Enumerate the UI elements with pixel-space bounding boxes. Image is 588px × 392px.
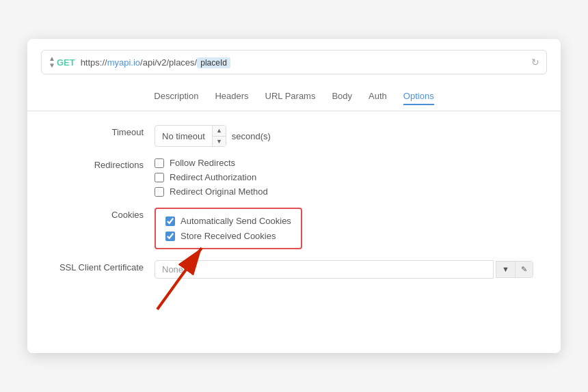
follow-redirects-label: Follow Redirects [170,158,235,168]
main-window: ▲ ▼ GET https://myapi.io/api/v2/places/p… [27,39,561,353]
ssl-select-container: None ▼ ✎ [155,260,533,279]
store-received-cookies-checkbox[interactable] [165,232,175,241]
tab-url-params[interactable]: URL Params [265,88,316,105]
url-bar[interactable]: ▲ ▼ GET https://myapi.io/api/v2/places/p… [41,50,547,74]
url-base: https:// [81,57,107,68]
timeout-up-arrow[interactable]: ▲ [213,126,226,137]
tab-options[interactable]: Options [403,88,434,105]
auto-send-cookies-checkbox[interactable] [165,216,175,226]
ssl-select[interactable]: None [155,260,494,279]
store-received-cookies-label: Store Received Cookies [181,231,276,241]
method-label: GET [57,57,75,68]
timeout-control: No timeout ▲ ▼ second(s) [155,125,271,147]
timeout-down-arrow[interactable]: ▼ [213,137,226,147]
url-path: /api/v2/places/ [140,57,197,68]
ssl-dropdown-btn[interactable]: ▼ [496,262,516,277]
tab-headers[interactable]: Headers [215,88,248,105]
timeout-stepper[interactable]: ▲ ▼ [212,126,226,146]
store-received-cookies-option[interactable]: Store Received Cookies [165,231,291,241]
redirect-auth-label: Redirect Authorization [170,172,256,182]
url-domain: myapi.io [107,57,140,68]
redirect-method-option[interactable]: Redirect Original Method [155,186,268,197]
timeout-row: Timeout No timeout ▲ ▼ second(s) [55,125,533,147]
method-arrows: ▲ ▼ [49,55,55,69]
auto-send-cookies-label: Automatically Send Cookies [181,216,291,226]
tab-description[interactable]: Description [154,88,198,105]
cookies-label: Cookies [55,208,144,220]
redirect-method-label: Redirect Original Method [170,186,268,197]
ssl-row: SSL Client Certificate None ▼ ✎ [55,260,533,279]
redirections-label: Redirections [55,158,144,170]
timeout-label: Timeout [55,125,144,137]
redirect-method-checkbox[interactable] [155,187,164,197]
options-content: Timeout No timeout ▲ ▼ second(s) Redirec… [27,111,561,310]
timeout-value: No timeout [155,128,212,144]
url-text: https://myapi.io/api/v2/places/placeId [81,57,526,68]
ssl-label: SSL Client Certificate [55,260,144,272]
seconds-label: second(s) [232,131,271,141]
follow-redirects-option[interactable]: Follow Redirects [155,158,268,168]
ssl-edit-btn[interactable]: ✎ [516,262,533,277]
redirect-auth-checkbox[interactable] [155,173,164,182]
cookies-row: Cookies Automatically Send Cookies Store… [55,208,533,249]
timeout-input[interactable]: No timeout ▲ ▼ [155,125,226,147]
url-bar-container: ▲ ▼ GET https://myapi.io/api/v2/places/p… [27,39,561,83]
method-selector[interactable]: ▲ ▼ GET [49,55,75,69]
follow-redirects-checkbox[interactable] [155,158,164,168]
redirect-auth-option[interactable]: Redirect Authorization [155,172,268,182]
refresh-icon[interactable]: ↻ [531,57,539,68]
url-param: placeId [197,57,230,68]
auto-send-cookies-option[interactable]: Automatically Send Cookies [165,216,291,226]
tab-auth[interactable]: Auth [369,88,387,105]
tab-body[interactable]: Body [332,88,352,105]
redirections-group: Follow Redirects Redirect Authorization … [155,158,268,197]
redirections-row: Redirections Follow Redirects Redirect A… [55,158,533,197]
tab-bar: Description Headers URL Params Body Auth… [27,83,561,111]
cookies-box: Automatically Send Cookies Store Receive… [155,208,302,249]
ssl-buttons: ▼ ✎ [496,261,533,278]
